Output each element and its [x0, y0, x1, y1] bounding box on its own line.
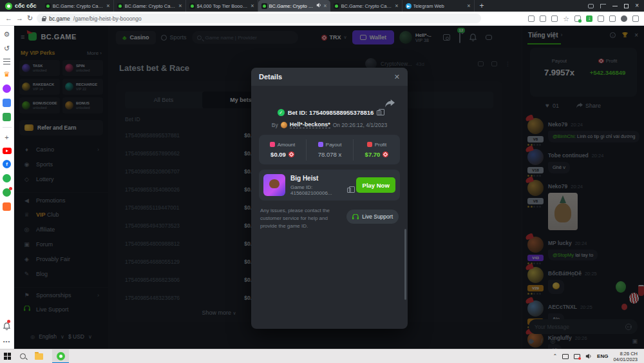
- forward-button[interactable]: →: [16, 15, 23, 22]
- reading-list-icon[interactable]: [3, 59, 10, 64]
- bet-timestamp: On 20:26:12, 4/1/2023: [333, 122, 388, 128]
- downloads-icon[interactable]: [632, 15, 639, 22]
- translate-icon[interactable]: [540, 15, 546, 22]
- bcgame-favicon: [189, 3, 195, 9]
- zalo-icon[interactable]: [3, 174, 11, 182]
- stat-label-text: Profit: [375, 142, 387, 148]
- action-center-icon[interactable]: [574, 354, 580, 359]
- stat-label-text: Amount: [278, 142, 296, 148]
- lock-icon[interactable]: [42, 16, 46, 21]
- tab-search-icon[interactable]: [588, 4, 594, 8]
- tab-close-icon[interactable]: ×: [323, 3, 327, 9]
- extensions-icon[interactable]: [598, 15, 604, 22]
- system-tray: ⌃ ENG 8:26 CH 04/01/2023: [553, 351, 640, 362]
- tab-close-icon[interactable]: ×: [251, 3, 254, 9]
- tab-title: Telegram Web: [413, 3, 466, 9]
- big-heist-thumbnail[interactable]: [263, 174, 285, 196]
- coccoc-taskbar-icon[interactable]: [52, 349, 69, 363]
- tab-close-icon[interactable]: ×: [395, 3, 398, 9]
- tab-overview-icon[interactable]: [600, 4, 606, 8]
- volume-icon[interactable]: [585, 353, 592, 359]
- share-icon[interactable]: [551, 15, 558, 22]
- download-manager-icon[interactable]: ↓: [586, 15, 592, 22]
- back-button[interactable]: ←: [5, 15, 12, 22]
- bcgame-favicon: [45, 3, 51, 9]
- add-shortcut-icon[interactable]: +: [5, 133, 8, 142]
- reload-button[interactable]: ↻: [27, 15, 33, 22]
- stat-label-text: Payout: [326, 142, 342, 148]
- tab-close-icon[interactable]: ×: [106, 3, 109, 9]
- history-icon[interactable]: ↺: [4, 44, 10, 53]
- facebook-icon[interactable]: f: [3, 160, 11, 168]
- tray-expand-icon[interactable]: ⌃: [553, 353, 557, 359]
- browser-tab[interactable]: BC.Game: Crypto Casino×: [258, 0, 330, 12]
- windows-taskbar: ⌃ ENG 8:26 CH 04/01/2023: [0, 349, 644, 363]
- tab-close-icon[interactable]: ×: [178, 3, 182, 9]
- play-now-button[interactable]: Play Now: [356, 177, 395, 193]
- settings-gear-icon[interactable]: ⚙: [4, 30, 10, 39]
- stat-label: Profit: [354, 142, 400, 148]
- modal-close-button[interactable]: ✕: [394, 73, 400, 81]
- live-support-button[interactable]: Live Support: [346, 210, 399, 224]
- window-maximize-button[interactable]: [624, 4, 629, 8]
- browser-toolbar: ☆↓: [528, 15, 639, 22]
- tab-title: BC.Game: Crypto Casino Gan: [125, 3, 177, 9]
- bettor-row: By Hell*-beckons* On 20:26:12, 4/1/2023: [251, 121, 408, 128]
- browser-tab[interactable]: Telegram Web×: [402, 0, 475, 12]
- bettor-name[interactable]: Hell*-beckons*: [290, 121, 330, 128]
- stat-label: Amount: [259, 142, 306, 148]
- notifications-bell-icon[interactable]: [3, 321, 10, 333]
- browser-tab[interactable]: BC.Game: Crypto Casino Gan×: [42, 0, 114, 12]
- tab-audio-icon[interactable]: [316, 3, 321, 9]
- browser-tab-bar: cốc cốc BC.Game: Crypto Casino Gan×BC.Ga…: [0, 0, 644, 12]
- bookmark-star-icon[interactable]: ☆: [563, 15, 569, 22]
- save-page-icon[interactable]: [528, 15, 535, 22]
- browser-navbar: ← → ↻ bc.game /game/big-heist-by-booongo…: [0, 12, 644, 26]
- cart-icon[interactable]: [3, 202, 11, 211]
- new-tab-button[interactable]: +: [475, 1, 489, 10]
- eco-icon[interactable]: [3, 188, 11, 197]
- profile-icon[interactable]: [621, 15, 627, 22]
- start-button[interactable]: [4, 353, 11, 360]
- browser-tab[interactable]: BC.Game: Crypto Casino Gar×: [330, 0, 402, 12]
- network-icon[interactable]: [562, 354, 569, 359]
- sidebar-toggle-icon[interactable]: [609, 15, 616, 22]
- copy-icon[interactable]: [377, 110, 381, 115]
- tab-title: BC.Game: Crypto Casino: [269, 3, 315, 9]
- adblock-icon[interactable]: [574, 15, 581, 22]
- copy-icon[interactable]: [347, 188, 351, 193]
- stat-value-text: 78.078 x: [318, 151, 341, 158]
- bcgame-favicon: [117, 3, 123, 9]
- profit-icon: [367, 142, 372, 147]
- browser-tab[interactable]: $4,000 Top Tier Booongo Mu×: [186, 0, 258, 12]
- tab-strip: BC.Game: Crypto Casino Gan×BC.Game: Cryp…: [42, 0, 475, 12]
- coccoc-brand-label: cốc cốc: [15, 3, 37, 9]
- window-close-button[interactable]: ×: [635, 3, 639, 9]
- address-bar[interactable]: bc.game /game/big-heist-by-booongo: [37, 14, 481, 23]
- file-explorer-icon[interactable]: [35, 353, 43, 360]
- taskbar-clock[interactable]: 8:26 CH 04/01/2023: [613, 351, 638, 362]
- ads-icon[interactable]: [3, 99, 11, 107]
- more-icon[interactable]: •••: [3, 338, 10, 344]
- modal-header: Details ✕: [251, 68, 408, 86]
- crown-rewards-icon[interactable]: ♛: [4, 70, 10, 79]
- youtube-icon[interactable]: [3, 148, 12, 154]
- tab-close-icon[interactable]: ×: [467, 3, 470, 9]
- gamepad-icon[interactable]: [3, 113, 11, 121]
- taskbar-search-icon[interactable]: [20, 353, 26, 359]
- modal-scrollbar[interactable]: [404, 229, 406, 300]
- input-language[interactable]: ENG: [597, 353, 608, 359]
- tab-title: BC.Game: Crypto Casino Gar: [341, 3, 393, 9]
- game-id-row: Game ID: 4156082100006...: [290, 184, 351, 196]
- stat-value: $0.09: [259, 151, 306, 158]
- bcgame-page: ≡ BC.GAME My VIP Perks More › TASKunlock…: [14, 26, 644, 349]
- game-card: Big Heist Game ID: 4156082100006... Play…: [259, 170, 400, 201]
- window-minimize-button[interactable]: [612, 6, 618, 6]
- messenger-icon[interactable]: [3, 84, 11, 93]
- browser-tab[interactable]: BC.Game: Crypto Casino Gan×: [114, 0, 186, 12]
- game-name: Big Heist: [290, 175, 351, 182]
- bet-stats: Amount$0.09Payout78.078 xProfit$7.70: [259, 135, 400, 164]
- bet-id-row: ✓ Bet ID: 1754098588955378816: [251, 109, 408, 116]
- support-note: Any issues, please contact the customer …: [260, 207, 343, 230]
- coccoc-menu-button[interactable]: cốc cốc: [0, 0, 42, 12]
